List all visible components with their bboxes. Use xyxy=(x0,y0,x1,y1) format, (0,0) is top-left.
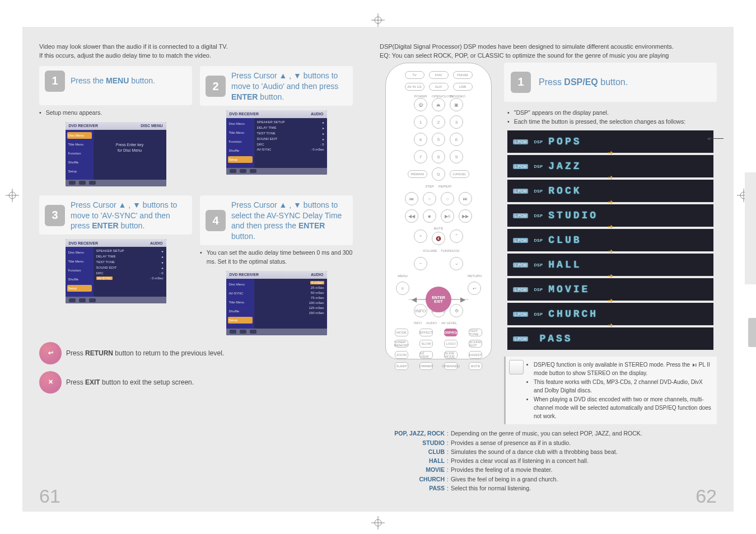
svg-point-6 xyxy=(9,192,16,199)
side-tab-cutout xyxy=(745,172,756,284)
sleep-button: SLEEP xyxy=(395,362,408,370)
rev-icon: ◀◀ xyxy=(405,209,418,223)
digest-button: DIGEST xyxy=(469,351,482,359)
step-4: 4 Press Cursor ▲ , ▼ buttons to select t… xyxy=(200,195,353,335)
right-step-1: 1 Press DSP/EQ button. xyxy=(504,63,717,102)
left-steps-grid: 1 Press the MENU button. Setup menu appe… xyxy=(39,66,353,335)
definition-list: POP, JAZZ, ROCK:Depending on the genre o… xyxy=(380,429,717,493)
down-arrow-icon: ➜ xyxy=(608,324,613,327)
remote-bottom-grid: MODE EFFECT DSP/EQ TEST TONE TUNER MEMOR… xyxy=(391,329,486,370)
menu-icon: ≡ xyxy=(396,282,409,295)
dsp-row-pops: L.PCM DSP POPS ➜ xyxy=(507,130,713,153)
step-3: 3 Press Cursor ▲ , ▼ buttons to move to … xyxy=(39,195,192,335)
right-step-notes: "DSP" appears on the display panel. Each… xyxy=(504,106,717,127)
page-number-left: 61 xyxy=(39,485,60,507)
eject-icon: ⏏ xyxy=(432,98,445,111)
remain-button: REMAIN xyxy=(408,170,427,178)
remote-column: TV DVD FM/AM AV IN 1/2 AUX USB POWER⏻ OP… xyxy=(380,63,497,359)
tunermem-button: TUNER MEMORY xyxy=(395,340,408,348)
fwd-icon: ▶▶ xyxy=(459,209,472,223)
ezview-button: EZ VIEW xyxy=(419,351,433,359)
vol-up-icon: + xyxy=(414,229,427,243)
step-button: ○ xyxy=(423,192,436,205)
bullet-icon xyxy=(507,118,511,127)
exit-note-row: ✕ Press EXIT button to exit the setup sc… xyxy=(39,371,353,394)
remote-pill-avin: AV IN 1/2 xyxy=(405,83,424,91)
dsp-row-studio: L.PCM DSP STUDIO ➜ xyxy=(507,204,713,227)
down-arrow-icon: ➜ xyxy=(608,200,613,204)
left-intro-line-2: If this occurs, adjust the audio delay t… xyxy=(39,51,353,60)
gear-icon: ⚙ xyxy=(450,304,463,317)
stop-icon: ■ xyxy=(423,209,436,223)
enter-button: ENTER EXIT xyxy=(426,287,451,312)
return-note-row: ↩ Press RETURN button to return to the p… xyxy=(39,342,353,364)
mute-button-sq: MUTE xyxy=(469,362,482,370)
side-thumb-tab xyxy=(748,318,756,347)
dsp-row-hall: L.PCM DSP HALL ➜ xyxy=(507,254,713,276)
down-arrow-icon: ➜ xyxy=(608,225,613,228)
step-4-footnote: You can set the audio delay time between… xyxy=(207,249,353,266)
tvvideo-icon: ▣ xyxy=(450,98,463,111)
svg-point-3 xyxy=(375,519,381,526)
tune-up-icon: ⌃ xyxy=(450,229,463,243)
down-arrow-icon: ➜ xyxy=(608,250,613,253)
exit-icon: ✕ xyxy=(48,378,53,386)
down-arrow-icon: ➜ xyxy=(608,274,613,278)
next-icon: ⏭ xyxy=(459,192,472,205)
down-arrow-icon: ➜ xyxy=(608,151,613,154)
soundedit-button: SOUND EDIT xyxy=(469,340,482,348)
crop-mark-bottom xyxy=(371,516,385,530)
dsp-row-rock: L.PCM DSP ROCK ➜ xyxy=(507,180,713,202)
point-arrow-icon xyxy=(710,138,724,139)
vol-down-icon: − xyxy=(414,257,427,270)
arrow-left-icon: ◀ xyxy=(412,296,417,303)
prev-icon: ⏮ xyxy=(405,192,418,205)
slow-button: SLOW xyxy=(419,340,433,348)
svg-point-0 xyxy=(375,17,381,24)
step-4-number: 4 xyxy=(206,210,226,231)
step-2-headline: Press Cursor ▲ , ▼ buttons to move to 'A… xyxy=(231,71,347,102)
step-2: 2 Press Cursor ▲ , ▼ buttons to move to … xyxy=(200,66,353,186)
step-3-osd: DVD RECEIVERAUDIO Disc Menu Title Menu F… xyxy=(66,239,166,303)
spread-pages: Setting the AV SYNC Video may look slowe… xyxy=(22,27,734,512)
step-3-headline: Press Cursor ▲ , ▼ buttons to move to 'A… xyxy=(71,200,186,232)
page-left: Setting the AV SYNC Video may look slowe… xyxy=(22,27,366,512)
testtone-button: TEST TONE xyxy=(469,329,482,336)
right-step-1-number: 1 xyxy=(511,72,531,93)
arrow-right-icon: ▶ xyxy=(460,296,465,303)
manual-spread: Setting the AV SYNC Video may look slowe… xyxy=(0,0,756,534)
playpause-icon: ▶II xyxy=(441,209,454,223)
dsp-eq-button: DSP/EQ xyxy=(444,329,458,336)
return-icon: ↩ xyxy=(468,282,481,295)
step-1-footnote: Setup menu appears. xyxy=(46,109,102,118)
dsp-sequence: L.PCM DSP POPS ➜ L.PCM DSP JAZZ ➜ xyxy=(504,130,717,350)
down-arrow-icon: ➜ xyxy=(608,176,613,179)
bullet-icon xyxy=(200,249,203,266)
dimmer-button: DIMMER xyxy=(419,362,433,370)
dsp-row-church: L.PCM DSP CHURCH ➜ xyxy=(507,303,713,325)
step-4-headline: Press Cursor ▲ , ▼ buttons to select the… xyxy=(231,200,347,242)
step-2-number: 2 xyxy=(206,76,226,97)
right-step-1-headline: Press DSP/EQ button. xyxy=(539,76,628,88)
mode-button: MODE xyxy=(395,329,408,336)
zoom-button: ZOOM xyxy=(395,351,408,359)
crop-mark-left xyxy=(6,189,19,202)
remote-pill-fmam: FM/AM xyxy=(453,71,473,79)
slidemode-button: SLIDE MODE xyxy=(444,351,458,359)
step-4-osd: DVD RECEIVERAUDIO Disc Menu AV-SYNC Titl… xyxy=(226,271,327,335)
left-intro: Video may look slower than the audio if … xyxy=(39,43,353,60)
note-item: This feature works with CDs, MP3-CDs, 2 … xyxy=(534,378,712,395)
right-intro: DSP(Digital Signal Processor) DSP modes … xyxy=(380,43,717,60)
dsp-row-jazz: L.PCM DSP JAZZ ➜ xyxy=(507,155,713,177)
page-number-right: 62 xyxy=(696,485,717,507)
step-1-headline: Press the MENU button. xyxy=(71,76,155,86)
dsp-row-pass: L.PCM PASS xyxy=(507,327,713,350)
step-1-osd: DVD RECEIVERDISC MENU Disc Menu Title Me… xyxy=(66,122,166,186)
step-3-number: 3 xyxy=(45,205,65,226)
remote-pill-dvd: DVD xyxy=(429,71,449,79)
crop-mark-top xyxy=(371,13,385,27)
note-item: DSP/EQ function is only available in STE… xyxy=(534,360,712,377)
right-intro-line-1: DSP(Digital Signal Processor) DSP modes … xyxy=(380,43,717,51)
repeat-button: ○ xyxy=(441,192,454,205)
left-intro-line-1: Video may look slower than the audio if … xyxy=(39,43,353,51)
